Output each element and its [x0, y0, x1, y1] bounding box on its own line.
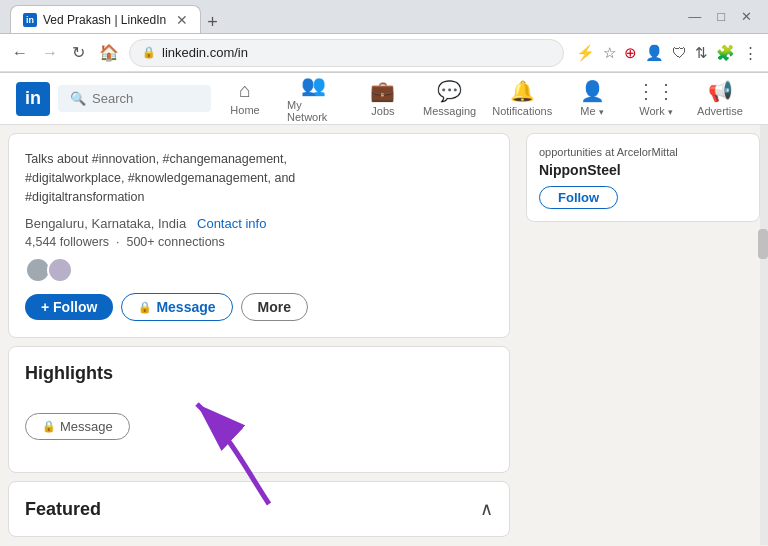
nav-advertise[interactable]: 📢 Advertise	[688, 73, 752, 125]
nav-me-label: Me ▾	[580, 105, 603, 117]
messaging-icon: 💬	[437, 79, 462, 103]
lock-icon: 🔒	[138, 301, 152, 314]
sidebar-follow-button[interactable]: Follow	[539, 186, 618, 209]
jobs-icon: 💼	[370, 79, 395, 103]
nav-work[interactable]: ⋮⋮ Work ▾	[624, 73, 688, 125]
advertise-icon: 📢	[708, 79, 733, 103]
scrollbar-thumb[interactable]	[758, 229, 768, 259]
puzzle-icon[interactable]: 🧩	[714, 42, 737, 64]
shield-icon[interactable]: 🛡	[670, 42, 689, 63]
page-body: Talks about #innovation, #changemanageme…	[0, 125, 768, 545]
network-icon: 👥	[301, 73, 326, 97]
home-nav-button[interactable]: 🏠	[95, 41, 123, 64]
addressbar: ← → ↻ 🏠 🔒 linkedin.com/in ⚡ ☆ ⊕ 👤 🛡 ⇅ 🧩 …	[0, 34, 768, 72]
nav-notifications[interactable]: 🔔 Notifications	[484, 73, 560, 125]
back-button[interactable]: ←	[8, 42, 32, 64]
maximize-button[interactable]: □	[711, 9, 731, 24]
url-bar[interactable]: 🔒 linkedin.com/in	[129, 39, 564, 67]
minimize-button[interactable]: —	[682, 9, 707, 24]
lock-icon-sm: 🔒	[42, 420, 56, 433]
highlights-title: Highlights	[25, 363, 493, 384]
tab-favicon: in	[23, 13, 37, 27]
featured-collapse-icon[interactable]: ∧	[480, 498, 493, 520]
nav-work-label: Work ▾	[639, 105, 673, 117]
main-column: Talks about #innovation, #changemanageme…	[0, 125, 518, 545]
message-button[interactable]: 🔒 Message	[121, 293, 232, 321]
tab-close-button[interactable]: ✕	[176, 12, 188, 28]
pocket-icon[interactable]: ⊕	[622, 42, 639, 64]
tab-bar: in Ved Prakash | LinkedIn ✕ +	[10, 0, 224, 33]
search-bar[interactable]: 🔍	[58, 85, 211, 112]
mutual-connections	[25, 257, 493, 283]
active-tab[interactable]: in Ved Prakash | LinkedIn ✕	[10, 5, 201, 33]
sidebar-company-name: NipponSteel	[539, 162, 747, 178]
profile-location: Bengaluru, Karnataka, India Contact info	[25, 216, 493, 231]
me-icon: 👤	[580, 79, 605, 103]
featured-header: Featured ∧	[25, 498, 493, 520]
sync-icon[interactable]: ⇅	[693, 42, 710, 64]
featured-card: Featured ∧	[8, 481, 510, 537]
notifications-icon: 🔔	[510, 79, 535, 103]
browser-chrome: in Ved Prakash | LinkedIn ✕ + — □ ✕ ← → …	[0, 0, 768, 73]
nav-jobs-label: Jobs	[371, 105, 394, 117]
reload-button[interactable]: ↻	[68, 41, 89, 64]
nav-notifications-label: Notifications	[492, 105, 552, 117]
more-button[interactable]: More	[241, 293, 308, 321]
profile-actions: + Follow 🔒 Message More	[25, 293, 493, 321]
sidebar-opportunities-text: opportunities at ArcelorMittal	[539, 146, 747, 158]
search-icon: 🔍	[70, 91, 86, 106]
url-text: linkedin.com/in	[162, 45, 248, 60]
featured-title: Featured	[25, 499, 101, 520]
right-sidebar: opportunities at ArcelorMittal NipponSte…	[518, 125, 768, 545]
nav-items: ⌂ Home 👥 My Network 💼 Jobs 💬 Messaging 🔔…	[213, 73, 752, 125]
window-controls: — □ ✕	[682, 9, 758, 24]
profile-icon[interactable]: 👤	[643, 42, 666, 64]
contact-info-link[interactable]: Contact info	[197, 216, 266, 231]
nav-messaging[interactable]: 💬 Messaging	[415, 73, 484, 125]
search-input[interactable]	[92, 91, 199, 106]
close-button[interactable]: ✕	[735, 9, 758, 24]
profile-bio: Talks about #innovation, #changemanageme…	[25, 150, 493, 206]
forward-button[interactable]: →	[38, 42, 62, 64]
titlebar: in Ved Prakash | LinkedIn ✕ + — □ ✕	[0, 0, 768, 34]
lock-icon: 🔒	[142, 46, 156, 59]
avatar-2	[47, 257, 73, 283]
nav-jobs[interactable]: 💼 Jobs	[351, 73, 415, 125]
sidebar-nipponsteel-card: opportunities at ArcelorMittal NipponSte…	[526, 133, 760, 222]
scrollbar-track	[760, 125, 768, 545]
new-tab-button[interactable]: +	[201, 12, 224, 33]
tab-title: Ved Prakash | LinkedIn	[43, 13, 166, 27]
work-icon: ⋮⋮	[636, 79, 676, 103]
nav-home[interactable]: ⌂ Home	[213, 73, 277, 125]
bookmark-icon[interactable]: ☆	[601, 42, 618, 64]
extensions-icon[interactable]: ⚡	[574, 42, 597, 64]
highlights-card: Highlights 🔒 Message	[8, 346, 510, 473]
home-icon: ⌂	[239, 79, 251, 102]
highlights-message-button[interactable]: 🔒 Message	[25, 413, 130, 440]
nav-advertise-label: Advertise	[697, 105, 743, 117]
follow-button[interactable]: + Follow	[25, 294, 113, 320]
highlights-content: 🔒 Message	[25, 396, 493, 456]
nav-me[interactable]: 👤 Me ▾	[560, 73, 624, 125]
toolbar-icons: ⚡ ☆ ⊕ 👤 🛡 ⇅ 🧩 ⋮	[574, 42, 760, 64]
browser-menu-icon[interactable]: ⋮	[741, 42, 760, 64]
nav-network-label: My Network	[287, 99, 341, 123]
nav-messaging-label: Messaging	[423, 105, 476, 117]
linkedin-logo: in	[16, 82, 50, 116]
profile-card: Talks about #innovation, #changemanageme…	[8, 133, 510, 338]
nav-home-label: Home	[230, 104, 259, 116]
nav-my-network[interactable]: 👥 My Network	[277, 73, 351, 125]
linkedin-nav: in 🔍 ⌂ Home 👥 My Network 💼 Jobs 💬 Messag…	[0, 73, 768, 125]
profile-stats: 4,544 followers · 500+ connections	[25, 235, 493, 249]
